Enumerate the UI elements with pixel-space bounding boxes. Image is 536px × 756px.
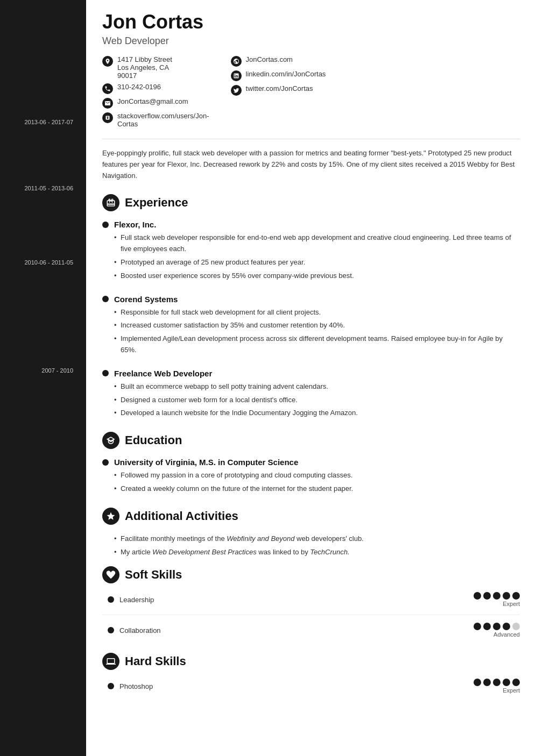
additional-title: Additional Activities — [125, 509, 238, 523]
contact-col-left: 1417 Libby StreetLos Angeles, CA90017 31… — [102, 55, 209, 128]
name: Jon Cortas — [102, 11, 520, 33]
education-section-header: Education — [102, 432, 520, 449]
date-entry-3: 2010-06 - 2011-05 — [6, 259, 73, 267]
hard-skills-title: Hard Skills — [125, 654, 186, 668]
date-entry-4: 2007 - 2010 — [6, 367, 73, 375]
resume-container: 2013-06 - 2017-07 2011-05 - 2013-06 2010… — [0, 0, 536, 756]
skill-photoshop: Photoshop Expert — [102, 679, 520, 701]
dot-p4 — [503, 679, 510, 686]
experience-entry-1: Flexor, Inc. Full stack web developer re… — [102, 220, 520, 281]
entry-bullets-1: Full stack web developer responsible for… — [114, 232, 520, 281]
stackoverflow-icon — [102, 112, 113, 123]
contact-col-right: JonCortas.com linkedin.com/in/JonCortas … — [231, 55, 326, 128]
entry-header-3: Freelance Web Developer — [102, 369, 520, 378]
dot-p1 — [474, 679, 481, 686]
skill-rating-leadership: Expert — [474, 592, 520, 607]
soft-skills-section: Soft Skills Leadership Expert — [102, 566, 520, 645]
skill-level-leadership: Expert — [503, 601, 520, 607]
bullet-2-3: Implemented Agile/Lean development proce… — [114, 333, 520, 356]
location-text: 1417 Libby StreetLos Angeles, CA90017 — [117, 55, 172, 80]
company-3: Freelance Web Developer — [114, 369, 212, 378]
additional-bullet-2: My article Web Development Best Practice… — [114, 547, 520, 558]
date-block-4: 2007 - 2010 — [6, 367, 80, 375]
education-title: Education — [125, 433, 182, 447]
skill-name-photoshop: Photoshop — [119, 682, 153, 690]
twitter-text: twitter.com/JonCortas — [246, 84, 313, 92]
date-entry-1: 2013-06 - 2017-07 — [6, 118, 73, 126]
skill-bullet-collaboration — [108, 627, 114, 633]
soft-skills-icon — [102, 566, 119, 583]
location-icon — [102, 56, 113, 67]
dot-p3 — [493, 679, 500, 686]
additional-bullet-1: Facilitate monthly meetings of the Webfi… — [114, 533, 520, 545]
dot-c4 — [503, 623, 510, 630]
dot-2 — [483, 592, 491, 600]
bullet-dot-2 — [102, 296, 109, 302]
date-entry-2: 2011-05 - 2013-06 — [6, 184, 73, 192]
experience-section-header: Experience — [102, 194, 520, 211]
additional-icon — [102, 508, 119, 525]
skill-level-collaboration: Advanced — [493, 631, 520, 638]
education-section: Education University of Virginia, M.S. i… — [102, 432, 520, 495]
date-block-3: 2010-06 - 2011-05 — [6, 259, 80, 267]
dot-c3 — [493, 623, 500, 630]
bullet-2-1: Responsible for full stack web developme… — [114, 307, 520, 318]
additional-section-header: Additional Activities — [102, 508, 520, 525]
hard-skills-section-header: Hard Skills — [102, 653, 520, 670]
hard-skills-section: Hard Skills Photoshop Expert — [102, 653, 520, 701]
dot-1 — [474, 592, 481, 600]
twitter-icon — [231, 85, 242, 96]
linkedin-text: linkedin.com/in/JonCortas — [246, 70, 326, 78]
edu-bullets: Followed my passion in a core of prototy… — [114, 470, 520, 495]
email-icon — [102, 98, 113, 109]
education-entry-1: University of Virginia, M.S. in Computer… — [102, 458, 520, 495]
education-icon — [102, 432, 119, 449]
skill-name-collaboration: Collaboration — [119, 626, 161, 634]
skill-bullet-photoshop — [108, 683, 114, 689]
hard-skills-icon — [102, 653, 119, 670]
sidebar: 2013-06 - 2017-07 2011-05 - 2013-06 2010… — [0, 0, 86, 756]
skill-name-leadership: Leadership — [119, 596, 154, 604]
contact-linkedin: linkedin.com/in/JonCortas — [231, 70, 326, 81]
skill-leadership: Leadership Expert — [102, 592, 520, 615]
phone-icon — [102, 83, 113, 94]
phone-text: 310-242-0196 — [117, 83, 161, 91]
summary: Eye-poppingly prolific, full stack web d… — [102, 139, 520, 181]
skill-collaboration: Collaboration Advanced — [102, 623, 520, 645]
experience-section: Experience Flexor, Inc. Full stack web d… — [102, 194, 520, 419]
dot-4 — [503, 592, 510, 600]
edu-entry-header: University of Virginia, M.S. in Computer… — [102, 458, 520, 467]
sidebar-dates: 2013-06 - 2017-07 2011-05 - 2013-06 2010… — [0, 118, 86, 375]
entry-bullets-3: Built an ecommerce webapp to sell potty … — [114, 381, 520, 419]
entry-header-2: Corend Systems — [102, 295, 520, 304]
edu-bullet-1: Followed my passion in a core of prototy… — [114, 470, 520, 481]
contact-twitter: twitter.com/JonCortas — [231, 84, 326, 96]
dot-c5 — [512, 623, 520, 630]
edu-bullet-dot — [102, 459, 109, 466]
contact-section: 1417 Libby StreetLos Angeles, CA90017 31… — [102, 55, 520, 128]
experience-entry-2: Corend Systems Responsible for full stac… — [102, 295, 520, 356]
bullet-3-1: Built an ecommerce webapp to sell potty … — [114, 381, 520, 393]
dot-c1 — [474, 623, 481, 630]
bullet-dot-3 — [102, 370, 109, 376]
dot-5 — [512, 592, 520, 600]
skill-dots-leadership — [474, 592, 520, 600]
main-content: Jon Cortas Web Developer 1417 Libby Stre… — [86, 0, 536, 756]
experience-entry-3: Freelance Web Developer Built an ecommer… — [102, 369, 520, 419]
skill-rating-photoshop: Expert — [474, 679, 520, 694]
bullet-1-3: Boosted user experience scores by 55% ov… — [114, 270, 520, 282]
additional-activities-section: Additional Activities Facilitate monthly… — [102, 508, 520, 558]
bullet-dot-1 — [102, 222, 109, 228]
bullet-2-2: Increased customer satisfaction by 35% a… — [114, 320, 520, 331]
company-2: Corend Systems — [114, 295, 178, 304]
dot-p5 — [512, 679, 520, 686]
contact-stackoverflow: stackoverflow.com/users/Jon-Cortas — [102, 112, 209, 128]
date-block-2: 2011-05 - 2013-06 — [6, 184, 80, 192]
contact-phone: 310-242-0196 — [102, 83, 209, 94]
stackoverflow-text: stackoverflow.com/users/Jon-Cortas — [117, 112, 209, 128]
website-text: JonCortas.com — [246, 55, 293, 63]
school-1: University of Virginia, M.S. in Computer… — [114, 458, 298, 467]
dot-c2 — [483, 623, 491, 630]
bullet-3-2: Designed a customer web form for a local… — [114, 395, 520, 406]
soft-skills-section-header: Soft Skills — [102, 566, 520, 583]
